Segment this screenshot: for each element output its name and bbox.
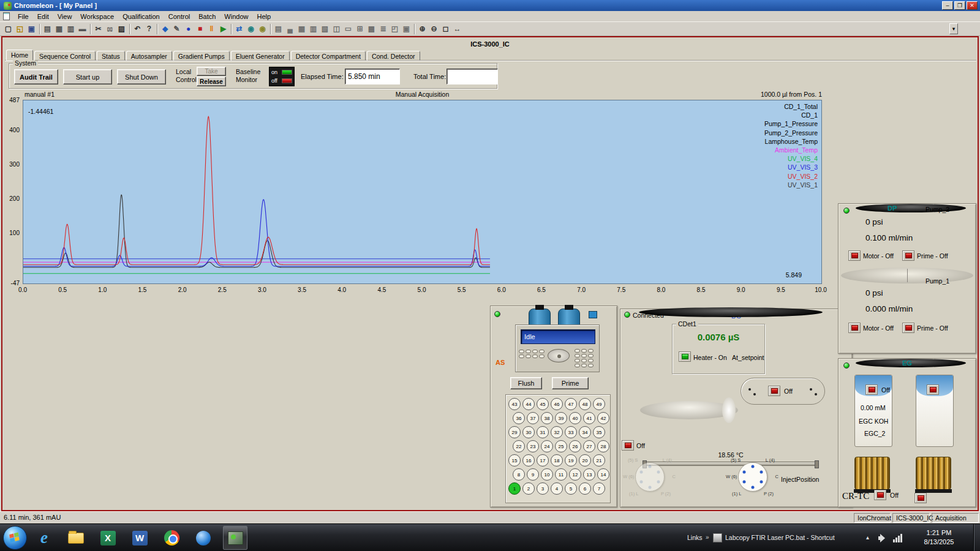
panel-icon-1[interactable]: ▤ [273,23,284,35]
crtc2-button[interactable] [914,493,927,503]
vial-19[interactable]: 19 [565,454,577,467]
panel-icon-12[interactable]: ▣ [401,23,412,35]
keypad-left[interactable] [519,350,545,358]
vial-17[interactable]: 17 [537,454,549,467]
shut-down-button[interactable]: Shut Down [117,69,166,84]
undo-icon[interactable]: ↶ [132,23,143,35]
run-icon[interactable]: ▶ [217,23,229,35]
taskbar-ie[interactable]: e [32,526,56,550]
tab-detector-compartment[interactable]: Detector Compartment [291,51,366,61]
volume-icon[interactable] [878,534,887,542]
minimize-button[interactable]: – [942,1,953,10]
tab-autosampler[interactable]: Autosampler [126,51,172,61]
keypad-right[interactable] [575,349,594,367]
legend-pump_2_pressure[interactable]: Pump_2_Pressure [764,129,818,137]
menu-window[interactable]: Window [220,12,252,21]
baseline-monitor-toggle[interactable]: on off [269,67,295,86]
vial-40[interactable]: 40 [569,412,581,424]
taskbar-chromeleon[interactable] [223,526,247,550]
vial-13[interactable]: 13 [583,468,595,481]
legend-ambient_temp[interactable]: Ambient_Temp [764,146,818,154]
menu-control[interactable]: Control [164,12,194,21]
zoom-window-icon[interactable]: ◻ [440,23,451,35]
panel-icon-2[interactable]: ▄ [284,23,296,35]
vial-15[interactable]: 15 [508,454,521,467]
panel-icon-10[interactable]: ≣ [377,23,389,35]
vial-36[interactable]: 36 [513,412,525,424]
vial-24[interactable]: 24 [541,440,553,452]
heater-button[interactable] [679,351,691,362]
taskbar-excel[interactable]: X [96,526,120,550]
zoom-out-icon[interactable]: ⊖ [428,23,440,35]
taskbar-clock[interactable]: 1:21 PM 8/13/2025 [914,528,963,547]
close-button[interactable]: ✕ [967,1,978,10]
start-up-button[interactable]: Start up [63,69,112,84]
vial-45[interactable]: 45 [537,398,549,410]
taskbar-chrome[interactable] [159,526,184,550]
shortcut-label[interactable]: Labcopy FTIR Laser PC.bat - Shortcut [725,534,835,541]
save-icon[interactable]: ▣ [26,23,37,35]
panel-icon-4[interactable]: ▥ [307,23,319,35]
menu-batch[interactable]: Batch [194,12,220,21]
stop-icon[interactable]: ■ [194,23,206,35]
pause-icon[interactable]: ‖ [206,23,217,35]
report-icon[interactable]: ▥ [65,23,77,35]
tab-cond-detector[interactable]: Cond. Detector [367,51,420,61]
egc-off-button[interactable] [865,384,878,395]
vial-25[interactable]: 25 [555,440,567,452]
vial-5[interactable]: 5 [565,482,577,495]
paste-icon[interactable]: ▨ [116,23,127,35]
print-icon[interactable]: ▬ [77,23,88,35]
connect-icon[interactable]: ⇄ [233,23,245,35]
links-chevron-icon[interactable]: » [706,534,709,541]
vial-47[interactable]: 47 [565,398,577,410]
tab-home[interactable]: Home [6,50,33,61]
start-button[interactable] [3,526,27,550]
menu-edit[interactable]: Edit [33,12,53,21]
record-icon[interactable]: ● [183,23,194,35]
links-toolbar[interactable]: Links [687,534,703,541]
legend-uv_vis_3[interactable]: UV_VIS_3 [764,163,818,171]
panel-tabset-icon[interactable]: ▦ [53,23,65,35]
audit-trail-button[interactable]: Audit Trail [14,69,58,84]
mdi-document-icon[interactable] [3,12,10,20]
vial-27[interactable]: 27 [583,440,595,452]
legend-uv_vis_1[interactable]: UV_VIS_1 [764,181,818,189]
panel-icon-11[interactable]: ◰ [389,23,401,35]
vial-16[interactable]: 16 [522,454,535,467]
taskbar-word[interactable]: W [127,526,152,550]
vial-41[interactable]: 41 [583,412,595,424]
vial-2[interactable]: 2 [522,482,535,495]
crtc-off-button[interactable] [874,490,886,500]
vial-30[interactable]: 30 [522,426,535,438]
vial-43[interactable]: 43 [508,398,521,410]
droplet-icon[interactable]: ◆ [159,23,171,35]
copy-icon[interactable]: ▯▯ [104,23,116,35]
zoom-in-icon[interactable]: ⊕ [417,23,428,35]
vial-34[interactable]: 34 [579,426,591,438]
vial-46[interactable]: 46 [551,398,563,410]
cut-icon[interactable]: ✂ [92,23,104,35]
prime-button[interactable]: Prime [552,377,589,389]
vial-33[interactable]: 33 [565,426,577,438]
bottle-a-icon[interactable]: ◉ [245,23,257,35]
tab-sequence-control[interactable]: Sequence Control [34,51,96,61]
vial-7[interactable]: 7 [593,482,605,495]
vial-29[interactable]: 29 [508,426,521,438]
vial-38[interactable]: 38 [541,412,553,424]
vial-28[interactable]: 28 [597,440,609,452]
vial-18[interactable]: 18 [551,454,563,467]
panel-icon-7[interactable]: ▭ [342,23,354,35]
vial-6[interactable]: 6 [579,482,591,495]
legend-lamphouse_temp[interactable]: Lamphouse_Temp [764,137,818,146]
vial-22[interactable]: 22 [513,440,525,452]
pump-off-button[interactable] [622,440,634,451]
panel-icon-3[interactable]: ▦ [296,23,307,35]
menu-workspace[interactable]: Workspace [76,12,118,21]
maximize-button[interactable]: ❐ [954,1,965,10]
bottle-b-icon[interactable]: ◉ [257,23,268,35]
new-document-icon[interactable]: ▢ [2,23,14,35]
shortcut-icon[interactable] [713,533,722,542]
legend-pump_1_pressure[interactable]: Pump_1_Pressure [764,119,818,128]
pump2-motor-button[interactable] [848,250,861,261]
